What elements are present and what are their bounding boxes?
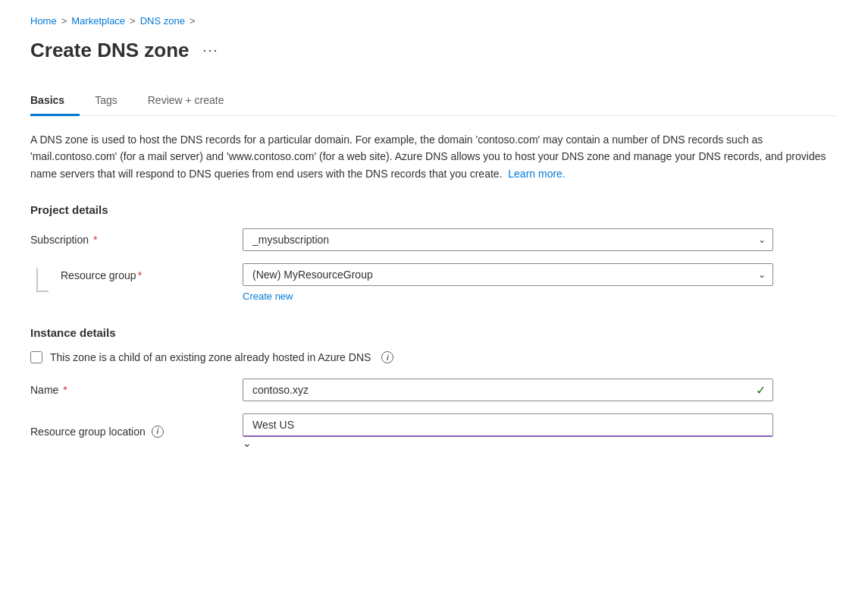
breadcrumb-home[interactable]: Home — [30, 15, 57, 27]
resource-group-required-star: * — [138, 269, 142, 281]
project-details-section: Project details Subscription * _mysubscr… — [30, 203, 838, 302]
name-input[interactable] — [243, 379, 773, 401]
location-control: West US ⌄ — [243, 413, 773, 449]
tabs-container: Basics Tags Review + create — [30, 86, 838, 116]
page-title: Create DNS zone — [30, 39, 190, 62]
resource-group-label: Resource group * — [61, 263, 243, 281]
child-zone-row: This zone is a child of an existing zone… — [30, 351, 838, 363]
subscription-control: _mysubscription ⌄ — [243, 228, 773, 251]
location-label: Resource group location i — [30, 426, 243, 438]
breadcrumb: Home > Marketplace > DNS zone > — [30, 15, 838, 27]
create-new-link[interactable]: Create new — [243, 291, 293, 302]
location-chevron-icon: ⌄ — [243, 437, 252, 449]
tab-tags[interactable]: Tags — [80, 86, 133, 116]
child-zone-info-icon[interactable]: i — [381, 351, 393, 363]
resource-group-control: (New) MyResourceGroup ⌄ Create new — [243, 263, 773, 302]
breadcrumb-sep-3: > — [190, 15, 196, 27]
tab-basics[interactable]: Basics — [30, 86, 80, 116]
name-control: ✓ — [243, 379, 773, 401]
name-row: Name * ✓ — [30, 379, 838, 401]
location-row: Resource group location i West US ⌄ — [30, 413, 838, 449]
location-dropdown-wrapper: West US ⌄ — [243, 413, 773, 449]
indent-line — [36, 268, 49, 292]
subscription-label: Subscription * — [30, 234, 243, 246]
name-check-icon: ✓ — [756, 383, 766, 397]
resource-group-dropdown-wrapper: (New) MyResourceGroup ⌄ — [243, 263, 773, 286]
child-zone-checkbox[interactable] — [30, 351, 42, 363]
instance-details-title: Instance details — [30, 326, 838, 339]
name-input-wrapper: ✓ — [243, 379, 773, 401]
breadcrumb-dns-zone[interactable]: DNS zone — [140, 15, 185, 27]
more-options-button[interactable]: ··· — [199, 41, 224, 60]
location-info-icon[interactable]: i — [152, 426, 164, 438]
learn-more-link[interactable]: Learn more. — [508, 168, 565, 180]
subscription-required-star: * — [93, 234, 97, 246]
resource-group-row: Resource group * (New) MyResourceGroup ⌄… — [30, 263, 838, 302]
subscription-row: Subscription * _mysubscription ⌄ — [30, 228, 838, 251]
project-details-title: Project details — [30, 203, 838, 216]
instance-details-section: Instance details This zone is a child of… — [30, 326, 838, 449]
breadcrumb-sep-1: > — [61, 15, 67, 27]
breadcrumb-marketplace[interactable]: Marketplace — [71, 15, 125, 27]
name-required-star: * — [63, 384, 67, 396]
resource-group-dropdown[interactable]: (New) MyResourceGroup — [243, 263, 773, 286]
location-dropdown[interactable]: West US — [243, 413, 773, 437]
subscription-dropdown[interactable]: _mysubscription — [243, 228, 773, 251]
breadcrumb-sep-2: > — [130, 15, 136, 27]
subscription-dropdown-wrapper: _mysubscription ⌄ — [243, 228, 773, 251]
name-label: Name * — [30, 384, 243, 396]
tab-review-create[interactable]: Review + create — [133, 86, 240, 116]
description-text: A DNS zone is used to host the DNS recor… — [30, 131, 834, 182]
indent-connector — [30, 263, 61, 292]
page-title-row: Create DNS zone ··· — [30, 39, 838, 62]
child-zone-label: This zone is a child of an existing zone… — [50, 351, 371, 363]
